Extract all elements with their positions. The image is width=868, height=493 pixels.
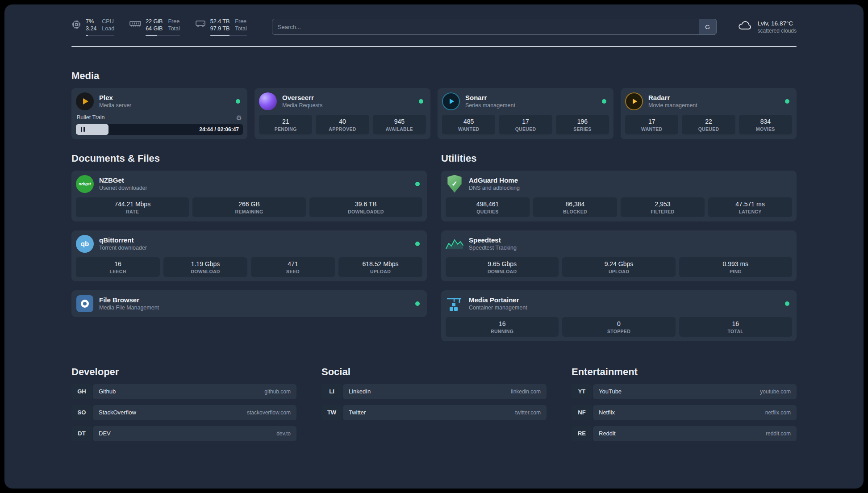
service-subtitle: Series management: [465, 102, 597, 109]
plex-icon: [76, 92, 94, 110]
cpu-usage-bar: [86, 35, 114, 36]
memory-free-label: Free: [168, 18, 179, 25]
disk-widget: 52.4 TB 97.9 TB Free Total: [195, 18, 247, 36]
playback-progress-bar: 24:44 / 02:06:47: [76, 124, 243, 135]
stat-latency: 47.571 ms LATENCY: [708, 197, 792, 217]
cpu-load-label: Load: [102, 25, 114, 32]
sonarr-service-link[interactable]: Sonarr Series management: [442, 92, 609, 110]
adguard-service-link[interactable]: ✓ AdGuard Home DNS and adblocking: [446, 175, 792, 193]
status-dot: [236, 99, 240, 104]
bookmark-twitter[interactable]: TW Twitter twitter.com: [321, 405, 547, 420]
bookmark-stackoverflow[interactable]: SO StackOverflow stackoverflow.com: [71, 405, 296, 420]
bookmark-reddit[interactable]: RE Reddit reddit.com: [572, 426, 797, 441]
service-title: Sonarr: [465, 94, 597, 101]
speedtest-card: Speedtest Speedtest Tracking 9.65 Gbps D…: [441, 230, 797, 281]
service-subtitle: Media File Management: [99, 305, 410, 311]
service-title: File Browser: [99, 296, 410, 304]
section-title-utilities: Utilities: [441, 153, 797, 164]
dashboard-panel: 7% 3.24 CPU Load: [4, 4, 864, 489]
service-subtitle: Movie management: [648, 102, 780, 109]
nzbget-icon: nzbget: [76, 175, 94, 193]
qbittorrent-service-link[interactable]: qb qBittorrent Torrent downloader: [76, 235, 422, 253]
stat-leech: 16 LEECH: [76, 257, 160, 277]
playback-time: 24:44 / 02:06:47: [199, 126, 239, 133]
stat-upload: 9.24 Gbps UPLOAD: [562, 257, 675, 277]
status-dot: [602, 99, 606, 104]
portainer-service-link[interactable]: Media Portainer Container management: [446, 295, 792, 313]
status-dot: [415, 242, 420, 246]
bookmark-name: Twitter: [349, 409, 366, 416]
bookmark-name: Netflix: [599, 409, 615, 416]
bookmark-netflix[interactable]: NF Netflix netflix.com: [572, 405, 797, 420]
bookmark-youtube[interactable]: YT YouTube youtube.com: [572, 384, 797, 399]
desktop-background: 7% 3.24 CPU Load: [0, 0, 868, 493]
nzbget-service-link[interactable]: nzbget NZBGet Usenet downloader: [76, 175, 422, 193]
qbittorrent-card: qb qBittorrent Torrent downloader 16 LEE…: [71, 230, 427, 281]
memory-free-value: 22 GiB: [146, 18, 163, 25]
memory-total-label: Total: [168, 25, 179, 32]
bookmark-abbr: LI: [321, 384, 342, 399]
filebrowser-card: File Browser Media File Management: [71, 290, 427, 317]
gear-icon[interactable]: ⚙: [236, 114, 242, 121]
pause-icon[interactable]: [80, 127, 85, 132]
bookmark-url: stackoverflow.com: [247, 409, 291, 416]
filebrowser-service-link[interactable]: File Browser Media File Management: [76, 295, 422, 313]
bookmark-abbr: TW: [321, 405, 342, 420]
bookmark-url: reddit.com: [766, 430, 791, 437]
cpu-load-value: 3.24: [86, 25, 96, 32]
cpu-usage-value: 7%: [86, 18, 96, 25]
bookmark-abbr: NF: [572, 405, 592, 420]
service-title: NZBGet: [99, 176, 410, 184]
stat-queries: 498,461 QUERIES: [446, 197, 530, 217]
section-utilities: Utilities ✓ AdGuard Home DNS and adblock…: [441, 153, 797, 341]
speedtest-service-link[interactable]: Speedtest Speedtest Tracking: [446, 235, 792, 253]
disk-total-value: 97.9 TB: [210, 25, 230, 32]
stat-downloaded: 39.6 TB DOWNLOADED: [309, 197, 422, 217]
overseerr-service-link[interactable]: Overseerr Media Requests: [259, 92, 426, 110]
radarr-icon: [625, 92, 643, 110]
section-developer: Developer GH Github github.com SO StackO…: [71, 366, 296, 447]
search-input[interactable]: [272, 19, 717, 35]
bookmark-abbr: GH: [71, 384, 92, 399]
bookmark-linkedin[interactable]: LI LinkedIn linkedin.com: [321, 384, 547, 399]
memory-widget: 22 GiB 64 GiB Free Total: [129, 18, 180, 36]
section-title-media: Media: [71, 70, 797, 82]
stat-upload: 618.52 Mbps UPLOAD: [338, 257, 422, 277]
service-title: Media Portainer: [469, 296, 780, 304]
bookmark-name: StackOverflow: [99, 409, 136, 416]
radarr-service-link[interactable]: Radarr Movie management: [625, 92, 792, 110]
service-title: Overseerr: [282, 94, 413, 101]
bookmark-url: dev.to: [276, 430, 291, 437]
section-entertainment: Entertainment YT YouTube youtube.com NF …: [572, 366, 797, 447]
disk-total-label: Total: [235, 25, 246, 32]
cpu-widget: 7% 3.24 CPU Load: [71, 18, 114, 36]
bookmark-abbr: YT: [572, 384, 592, 399]
section-media: Media Plex Media server Bullet Train: [71, 70, 797, 139]
overseerr-card: Overseerr Media Requests 21 PENDING 40 A…: [255, 88, 430, 139]
nzbget-card: nzbget NZBGet Usenet downloader 744.21 M…: [71, 171, 427, 221]
bookmark-github[interactable]: GH Github github.com: [71, 384, 296, 399]
now-playing-title: Bullet Train: [77, 114, 105, 121]
plex-service-link[interactable]: Plex Media server: [76, 92, 243, 110]
disk-free-value: 52.4 TB: [210, 18, 230, 25]
stat-available: 945 AVAILABLE: [373, 115, 426, 134]
status-dot: [785, 301, 789, 306]
section-social: Social LI LinkedIn linkedin.com TW Twitt…: [321, 366, 547, 447]
stat-running: 16 RUNNING: [446, 317, 559, 337]
section-title-entertainment: Entertainment: [572, 366, 797, 378]
search-bar: G: [272, 19, 717, 35]
search-provider-button[interactable]: G: [699, 19, 717, 35]
sonarr-icon: [442, 92, 460, 110]
speedtest-icon: [446, 235, 463, 253]
section-documents: Documents & Files nzbget NZBGet Usenet d…: [71, 153, 427, 341]
stat-filtered: 2,953 FILTERED: [621, 197, 705, 217]
service-subtitle: Container management: [469, 305, 780, 311]
bookmark-url: twitter.com: [515, 409, 541, 416]
bookmark-url: linkedin.com: [511, 389, 541, 395]
topbar: 7% 3.24 CPU Load: [71, 18, 797, 36]
stat-wanted: 485 WANTED: [442, 115, 495, 134]
section-title-developer: Developer: [71, 366, 296, 378]
service-subtitle: Speedtest Tracking: [469, 245, 792, 251]
bookmark-dev[interactable]: DT DEV dev.to: [71, 426, 296, 441]
weather-location: Lviv, 16.87°C: [758, 20, 797, 27]
